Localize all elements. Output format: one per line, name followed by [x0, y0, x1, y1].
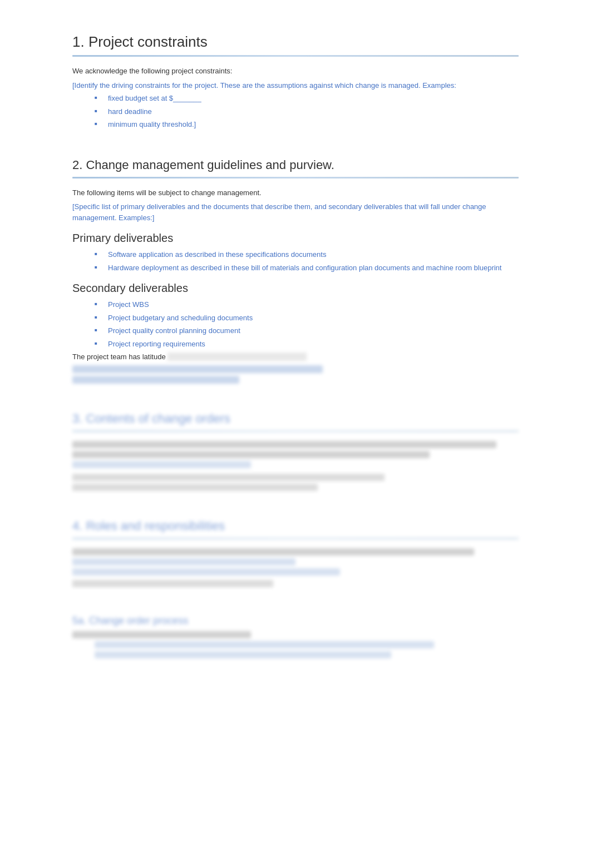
bullet-icon: ■	[95, 314, 104, 321]
bullet-icon: ■	[95, 251, 104, 257]
bullet-icon: ■	[95, 121, 104, 127]
latitude-static-text: The project team has latitude	[72, 353, 166, 361]
section-1-title: 1. Project constraints	[72, 33, 519, 51]
section-1-placeholder: [Identify the driving constraints for th…	[72, 80, 519, 91]
section-3-divider	[72, 430, 519, 432]
bullet-text: minimum quality threshold.]	[108, 119, 196, 130]
section-1: 1. Project constraints We acknowledge th…	[72, 33, 519, 130]
secondary-deliverables-title: Secondary deliverables	[72, 282, 519, 295]
section-2-intro: The following items will be subject to c…	[72, 187, 519, 199]
bullet-icon: ■	[95, 264, 104, 271]
list-item: ■ Project quality control planning docum…	[95, 325, 519, 336]
section-1-intro: We acknowledge the following project con…	[72, 66, 519, 77]
section-2-title: 2. Change management guidelines and purv…	[72, 158, 519, 172]
bullet-text: Project WBS	[108, 299, 149, 310]
section-4-divider	[72, 538, 519, 539]
list-item: ■ minimum quality threshold.]	[95, 119, 519, 130]
bullet-text: Project reporting requirements	[108, 339, 205, 350]
section-2-divider	[72, 177, 519, 178]
bullet-text: hard deadline	[108, 106, 152, 117]
section-3-blurred: 3. Contents of change orders	[72, 411, 519, 491]
list-item: ■ fixed budget set at $_______	[95, 93, 519, 104]
bullet-text: Software application as described in the…	[108, 249, 326, 260]
bullet-icon: ■	[95, 108, 104, 115]
section-5-blurred: 5a. Change order process	[72, 615, 519, 658]
section-2: 2. Change management guidelines and purv…	[72, 158, 519, 384]
bullet-text: Project budgetary and scheduling documen…	[108, 313, 253, 324]
latitude-blurred-continuation	[72, 365, 351, 384]
section-5-title: 5a. Change order process	[72, 615, 519, 627]
list-item: ■ Project budgetary and scheduling docum…	[95, 313, 519, 324]
bullet-icon: ■	[95, 301, 104, 307]
list-item: ■ Hardware deployment as described in th…	[95, 262, 519, 274]
section-4-blurred: 4. Roles and responsibilities	[72, 519, 519, 587]
bullet-text: Project quality control planning documen…	[108, 325, 240, 336]
bullet-icon: ■	[95, 327, 104, 334]
list-item: ■ Project reporting requirements	[95, 339, 519, 350]
list-item: ■ Software application as described in t…	[95, 249, 519, 260]
bullet-icon: ■	[95, 340, 104, 347]
bullet-text: fixed budget set at $_______	[108, 93, 201, 104]
latitude-paragraph: The project team has latitude	[72, 351, 519, 363]
section-1-divider	[72, 55, 519, 57]
bullet-text: Hardware deployment as described in thes…	[108, 262, 501, 274]
primary-deliverables-list: ■ Software application as described in t…	[95, 249, 519, 273]
secondary-deliverables-list: ■ Project WBS ■ Project budgetary and sc…	[95, 299, 519, 349]
section-2-placeholder: [Specific list of primary deliverables a…	[72, 201, 519, 223]
primary-deliverables-title: Primary deliverables	[72, 232, 519, 245]
section-3-title: 3. Contents of change orders	[72, 411, 519, 426]
latitude-blurred-text	[168, 353, 307, 361]
section-1-bullets: ■ fixed budget set at $_______ ■ hard de…	[95, 93, 519, 130]
list-item: ■ Project WBS	[95, 299, 519, 310]
list-item: ■ hard deadline	[95, 106, 519, 117]
section-4-title: 4. Roles and responsibilities	[72, 519, 519, 533]
bullet-icon: ■	[95, 95, 104, 101]
